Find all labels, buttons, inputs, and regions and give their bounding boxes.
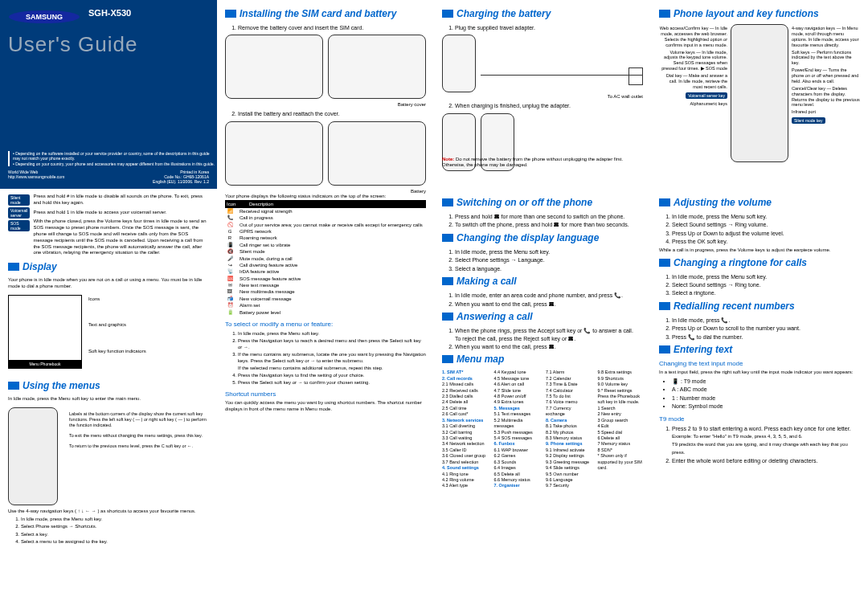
sel-2: Press the Navigation keys to reach a des… — [238, 337, 426, 350]
menus-heading: Using the menus — [8, 380, 209, 391]
charging-note: Note: Do not remove the battery from the… — [442, 157, 643, 170]
menu-map-item: 6.3 Sounds — [494, 460, 540, 465]
menu-map-item: 7.6 Voice memo — [546, 399, 592, 405]
menu-map-item: 2.5 Call time — [442, 406, 488, 411]
call-2: When you want to end the call, press 🕿. — [455, 300, 643, 308]
menu-map-item: 9.2 Display settings — [546, 453, 592, 459]
charging-heading: Charging the battery — [442, 8, 643, 19]
sim-diagram — [225, 35, 426, 99]
disclaimer: • Depending on the software installed or… — [8, 151, 217, 167]
menu-map-item: 4 Edit — [598, 423, 644, 429]
sos-desc: With the phone closed, press the Volume … — [33, 219, 209, 256]
col-desc: Description — [249, 202, 273, 206]
note-text: Do not remove the battery from the phone… — [442, 157, 623, 168]
menu-map-item: 2.2 Received calls — [442, 388, 488, 394]
menu-map-item: 5.4 SOS messages — [494, 435, 540, 441]
charging-step-1: Plug the supplied travel adapter. — [455, 24, 643, 31]
menu-map-item: 2.6 Call cost* — [442, 411, 488, 417]
menu-map-item: 5.3 Push messages — [494, 430, 540, 435]
sos-badge: SOS mode — [8, 220, 30, 231]
vm-desc: Press and hold 1 in Idle mode to access … — [33, 210, 209, 216]
sel-4: Press the Navigation keys to find the se… — [238, 372, 426, 378]
display-labels: Icons Text and graphics Soft key functio… — [88, 295, 146, 356]
volume-heading: Adjusting the volume — [659, 197, 860, 208]
svg-text:SAMSUNG: SAMSUNG — [26, 13, 63, 21]
title-banner: SAMSUNG SGH-X530 User's Guide • Dependin… — [0, 0, 217, 189]
menu-map-item: 8 SDN* — [598, 447, 644, 453]
caption-ac: To AC wall outlet — [442, 94, 643, 100]
menu-map-item: 4.5 Message tone — [494, 376, 540, 382]
display-intro: Your phone is in Idle mode when you are … — [8, 277, 209, 290]
menu-map-item: 3.4 Network selection — [442, 441, 488, 447]
icon-row: ⏰Alarm set — [225, 302, 426, 309]
redial-2: Press Up or Down to scroll to the number… — [672, 325, 860, 332]
answer-1: When the phone rings, press the Accept s… — [455, 328, 633, 333]
menu-map-item: 3. Network services — [442, 418, 488, 423]
caption-cover: Battery cover — [225, 102, 426, 108]
install-heading: Installing the SIM card and battery — [225, 8, 426, 19]
layout-left-labels: Web access/Confirm key — In Idle mode, a… — [659, 24, 727, 162]
menu-map-item: 9.0 Volume key — [598, 382, 644, 387]
menu-phone-diagram — [8, 407, 58, 505]
switch-1: Press and hold 🕿 for more than one secon… — [455, 213, 643, 220]
sel-5: Press the Select soft key or → to confir… — [238, 379, 426, 386]
ring-2: Select Sound settings → Ring tone. — [672, 281, 860, 288]
menu-map-item: 3.5 Caller ID — [442, 447, 488, 453]
charging-section: Charging the battery Plug the supplied t… — [434, 0, 651, 189]
vm-badge: Voicemail server — [8, 207, 30, 219]
revision: English (EU). 11/2006. Rev. 1.2 — [153, 179, 209, 184]
menu-map-item: 9.6 Language — [546, 477, 592, 483]
icons-intro: Your phone displays the following status… — [225, 194, 426, 200]
col-1: Silent modeVoicemail serverSOS mode Pres… — [0, 189, 217, 613]
lang-3: Select a language. — [455, 265, 643, 272]
manual-page: SAMSUNG SGH-X530 User's Guide • Dependin… — [0, 0, 868, 613]
menu-map-item: 3 Group search — [598, 418, 644, 423]
menu-map-item: 2.4 Delete all — [442, 399, 488, 405]
t9-note: T9 predicts the word that you are typing… — [672, 442, 848, 455]
display-heading: Display — [8, 261, 209, 272]
menus-intro: In Idle mode, press the Menu soft key to… — [8, 396, 209, 403]
menu-map-item: 9.* Reset settings — [598, 388, 644, 394]
label-ir-port: Infrared port — [792, 109, 860, 115]
menu-map-item: 7.1 Alarm — [546, 370, 592, 375]
label-softkey-ind: Soft key function indicators — [88, 347, 146, 356]
menu-map-list: 1. SIM AT*2. Call records2.1 Missed call… — [442, 370, 643, 488]
icon-row: 📞Call in progress — [225, 215, 426, 221]
icon-row: RRoaming network — [225, 235, 426, 241]
menu-map-item: 9. Phone settings — [546, 441, 592, 447]
menu-map-item: 6. Funbox — [494, 441, 540, 447]
label-alphanumeric: Alphanumeric keys — [659, 101, 727, 107]
mode-t9: 📱 : T9 mode — [672, 378, 860, 385]
icon-row: 🚫Out of your service area; you cannot ma… — [225, 222, 426, 228]
menu-map-item: 4.6 Alert on call — [494, 382, 540, 387]
switch-heading: Switching on or off the phone — [442, 197, 643, 208]
menu-map-item: 8.1 Take photos — [546, 423, 592, 429]
col-3: Switching on or off the phone Press and … — [434, 189, 651, 613]
icons-header: Icon Description — [225, 200, 426, 208]
call-heading: Making a call — [442, 276, 643, 287]
menu-label-2: To exit the menu without changing the me… — [69, 433, 209, 439]
label-icons: Icons — [88, 295, 146, 304]
install-step-1: Remove the battery cover and insert the … — [238, 24, 426, 31]
icon-row: 🎤Mute mode, during a call — [225, 255, 426, 262]
menu-map-item: 9.3 Greeting message — [546, 460, 592, 465]
layout-section: Phone layout and key functions Web acces… — [651, 0, 868, 189]
icon-row: 🆘SOS message feature active — [225, 276, 426, 282]
layout-right-labels: 4-way navigation keys — In Menu mode, sc… — [792, 24, 860, 162]
map-heading: Menu map — [442, 353, 643, 365]
menu-map-item: 4.9 Extra tones — [494, 399, 540, 405]
menu-map-item: 8. Camera — [546, 418, 592, 423]
label-voicemail-key: Voicemail server key — [686, 92, 727, 99]
t9-heading: T9 mode — [659, 415, 860, 423]
layout-heading: Phone layout and key functions — [659, 8, 860, 19]
menu-map-item: 2.1 Missed calls — [442, 382, 488, 387]
answer-1b: To reject the call, press the Reject sof… — [455, 336, 575, 341]
lang-2: Select Phone settings → Language. — [455, 256, 643, 264]
redial-1: In Idle mode, press 📞. — [672, 317, 860, 324]
label-nav-keys: 4-way navigation keys — In Menu mode, sc… — [792, 26, 860, 48]
menu-map-item: 6.6 Memory status — [494, 477, 540, 483]
input-mode-intro: In a text input field, press the right s… — [659, 370, 860, 376]
menu-map-item: 6.2 Games — [494, 453, 540, 459]
sel-3b: If the selected menu contains additional… — [238, 366, 383, 370]
vol-note: While a call is in progress, press the V… — [659, 247, 860, 254]
